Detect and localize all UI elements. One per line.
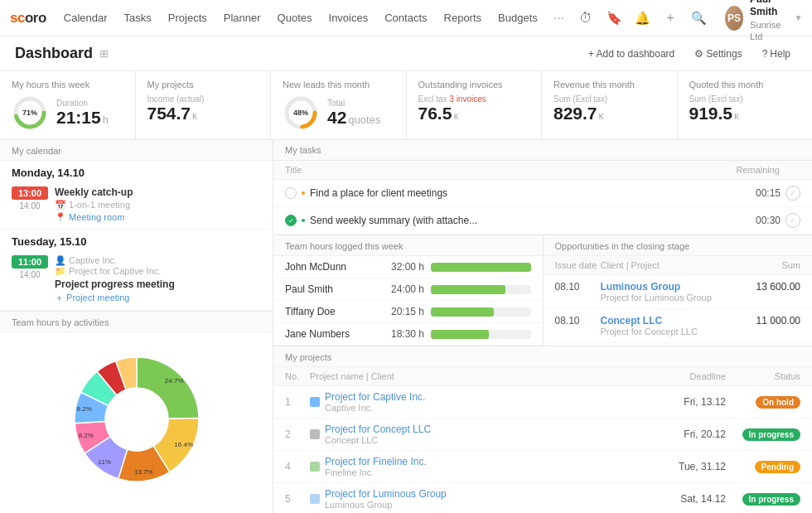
invoices-value: 76.5 <box>418 104 452 123</box>
opp-1-date: 08.10 <box>555 281 601 293</box>
proj-3-name[interactable]: Project for Fineline Inc. <box>325 456 427 467</box>
event2-end-time: 14:00 <box>12 270 48 279</box>
team-bar-wrap <box>431 285 531 294</box>
quoted-sublabel: Sum (Excl tax) <box>689 94 801 104</box>
revenue-sublabel: Sum (Excl tax) <box>553 94 665 104</box>
event2-org: 👤 Captive Inc. <box>55 255 261 266</box>
proj-row-1: 1 Project for Captive Inc. Captive Inc. … <box>273 386 812 419</box>
proj-4-client: Luminous Group <box>325 500 447 510</box>
proj-1-color <box>310 397 320 407</box>
tasks-header-bar: My tasks <box>273 140 812 161</box>
tasks-col-remaining: Remaining <box>722 165 780 175</box>
leads-unit: quotes <box>348 114 380 126</box>
proj-1-name-col: Project for Captive Inc. Captive Inc. <box>310 391 651 413</box>
timer-icon[interactable]: ⏱ <box>574 7 597 30</box>
event2-project: 📁 Project for Captive Inc. <box>55 266 261 277</box>
tasks-col-headers: Title Remaining <box>273 161 812 180</box>
event2-link[interactable]: ＋ Project meeting <box>55 292 261 304</box>
add-to-dashboard-button[interactable]: + Add to dashboard <box>582 45 681 63</box>
task-1-title: Find a place for client meetings <box>310 187 742 199</box>
opp-row: 08.10 Luminous Group Project for Luminou… <box>544 275 813 309</box>
bell-icon[interactable]: 🔔 <box>631 7 654 30</box>
opp-2-client[interactable]: Concept LLC <box>601 315 727 327</box>
task-2-indicator <box>302 219 305 222</box>
user-block[interactable]: PS Paul Smith Sunrise Ltd ▼ <box>718 0 809 46</box>
proj-3-client: Fineline Inc. <box>325 467 427 477</box>
opp-2-project: Project for Concept LLC <box>601 327 727 336</box>
bookmark-icon[interactable]: 🔖 <box>602 7 626 30</box>
proj-row-4: 5 Project for Luminous Group Luminous Gr… <box>273 483 812 513</box>
proj-4-deadline: Sat, 14.12 <box>651 493 726 505</box>
add-icon[interactable]: ＋ <box>659 7 682 30</box>
revenue-value: 829.7 <box>553 104 597 123</box>
stat-card-quoted: Quoted this month Sum (Excl tax) 919.5к <box>678 71 813 139</box>
proj-2-name[interactable]: Project for Concept LLC <box>325 423 431 435</box>
pie-chart-container: 24.7%16.4%13.7%11%8.2%8.2% <box>0 332 273 506</box>
task-2-complete-btn[interactable]: ✓ <box>785 213 800 228</box>
proj-1-client: Captive Inc. <box>325 403 425 413</box>
hours-sublabel: Duration <box>56 99 109 108</box>
dashboard-widget-icon[interactable]: ⊞ <box>99 47 109 60</box>
projects-section: My projects No. Project name | Client De… <box>273 346 812 513</box>
proj-col-deadline: Deadline <box>651 371 726 381</box>
team-bar <box>431 285 505 294</box>
settings-button[interactable]: ⚙ Settings <box>688 45 748 63</box>
proj-col-name: Project name | Client <box>310 371 651 381</box>
activities-pie-chart: 24.7%16.4%13.7%11%8.2%8.2% <box>58 341 215 498</box>
proj-2-name-col: Project for Concept LLC Concept LLC <box>310 423 651 445</box>
opportunities-section: Opportunities in the closing stage Issue… <box>544 235 813 346</box>
proj-col-status: Status <box>726 371 800 381</box>
task-2-checkbox[interactable]: ✓ <box>285 215 297 226</box>
proj-3-deadline: Tue, 31.12 <box>651 461 726 472</box>
team-bar-wrap <box>431 263 531 272</box>
nav-projects[interactable]: Projects <box>161 8 215 27</box>
stat-card-leads: New leads this month 48% Total 42quotes <box>271 71 407 139</box>
proj-2-no: 2 <box>285 428 310 440</box>
opp-1-project: Project for Luminous Group <box>601 293 727 302</box>
opp-1-client[interactable]: Luminous Group <box>601 281 727 293</box>
stat-leads-label: New leads this month <box>283 80 394 90</box>
nav-budgets[interactable]: Budgets <box>491 8 545 27</box>
nav-contacts[interactable]: Contacts <box>377 8 434 27</box>
task-row: Find a place for client meetings 00:15 ✓ <box>273 180 812 207</box>
calendar-section-header: My calendar <box>0 140 273 161</box>
event-location-link[interactable]: 📍 Meeting room <box>55 212 261 223</box>
help-button[interactable]: ? Help <box>756 45 797 63</box>
nav-invoices[interactable]: Invoices <box>321 8 376 27</box>
search-icon[interactable]: 🔍 <box>687 7 710 30</box>
monday-label: Monday, 14.10 <box>0 161 273 182</box>
quoted-unit: к <box>734 109 739 122</box>
nav-reports[interactable]: Reports <box>437 8 490 27</box>
task-row: ✓ Send weekly summary (with attache... 0… <box>273 207 812 235</box>
left-column: My calendar Monday, 14.10 13:00 14:00 We… <box>0 140 273 513</box>
proj-4-name[interactable]: Project for Luminous Group <box>325 488 447 500</box>
team-row: Jane Numbers 18:30 h <box>273 323 543 346</box>
stat-hours-label: My hours this week <box>12 80 123 90</box>
task-1-checkbox[interactable] <box>285 187 297 199</box>
opp-2-client-col: Concept LLC Project for Concept LLC <box>601 315 727 336</box>
nav-calendar[interactable]: Calendar <box>56 8 115 27</box>
stat-projects-label: My projects <box>147 80 259 90</box>
team-member-name: Jane Numbers <box>285 328 372 340</box>
projects-unit: к <box>192 109 197 122</box>
stat-revenue-label: Revenue this month <box>553 80 665 90</box>
event-end-time: 14:00 <box>12 201 48 211</box>
hours-value: 21:15 <box>56 108 101 127</box>
opp-row: 08.10 Concept LLC Project for Concept LL… <box>544 309 813 343</box>
proj-1-name[interactable]: Project for Captive Inc. <box>325 391 425 403</box>
proj-3-name-col: Project for Fineline Inc. Fineline Inc. <box>310 456 651 477</box>
projects-sublabel: Income (actual) <box>147 94 205 104</box>
nav-quotes[interactable]: Quotes <box>270 8 320 27</box>
stat-cards-row: My hours this week 71% Duration 21:15h M… <box>0 71 812 140</box>
task-1-time: 00:15 <box>747 187 781 199</box>
nav-more[interactable]: ··· <box>547 7 571 29</box>
task-1-complete-btn[interactable]: ✓ <box>785 186 800 201</box>
stat-card-hours: My hours this week 71% Duration 21:15h <box>0 71 136 139</box>
event-title: Weekly catch-up <box>55 186 261 198</box>
nav-planner[interactable]: Planner <box>216 8 268 27</box>
user-dropdown-icon[interactable]: ▼ <box>794 13 802 22</box>
proj-row-2: 2 Project for Concept LLC Concept LLC Fr… <box>273 419 812 451</box>
nav-tasks[interactable]: Tasks <box>117 8 159 27</box>
logo[interactable]: scoro <box>10 10 46 27</box>
svg-text:24.7%: 24.7% <box>164 377 183 385</box>
